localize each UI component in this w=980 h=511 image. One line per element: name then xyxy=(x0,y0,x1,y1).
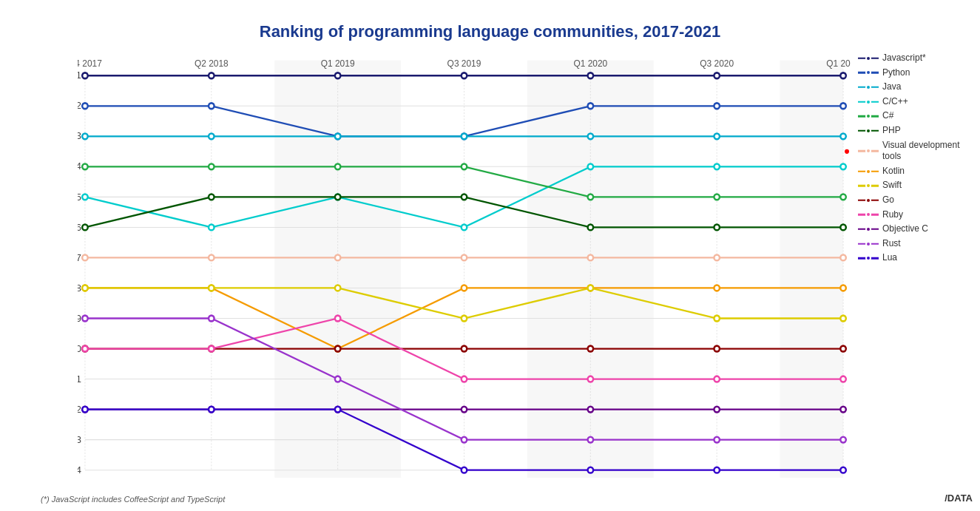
legend-item: Swift xyxy=(858,180,980,192)
svg-point-232 xyxy=(336,407,339,411)
legend-label: Go xyxy=(882,194,894,206)
chart-title: Ranking of programming language communit… xyxy=(0,15,980,41)
svg-point-188 xyxy=(209,347,213,351)
svg-text:13: 13 xyxy=(78,434,81,445)
svg-point-118 xyxy=(209,195,213,199)
svg-point-122 xyxy=(462,195,466,199)
svg-point-82 xyxy=(589,135,592,138)
svg-point-212 xyxy=(842,407,845,411)
svg-point-234 xyxy=(462,468,466,472)
svg-point-140 xyxy=(715,256,719,260)
legend-item: Lua xyxy=(858,252,980,264)
svg-point-72 xyxy=(842,104,845,108)
svg-point-162 xyxy=(336,286,339,290)
svg-area: 1234567891011121314Q4 2017Q2 2018Q1 2019… xyxy=(78,49,851,478)
svg-point-238 xyxy=(715,468,719,472)
svg-rect-2 xyxy=(780,61,843,478)
legend-label: Visual development tools xyxy=(882,140,980,163)
svg-point-52 xyxy=(462,74,466,78)
svg-text:Q1 2020: Q1 2020 xyxy=(573,58,607,69)
y-axis xyxy=(37,49,78,478)
legend-label: Objective C xyxy=(882,223,928,235)
svg-point-136 xyxy=(462,256,466,260)
svg-point-158 xyxy=(83,286,87,290)
legend-item: C# xyxy=(858,110,980,122)
svg-point-178 xyxy=(462,347,466,351)
svg-point-150 xyxy=(462,286,466,290)
svg-point-48 xyxy=(209,74,213,78)
svg-point-208 xyxy=(589,407,592,411)
svg-point-110 xyxy=(589,195,592,199)
svg-text:12: 12 xyxy=(78,403,81,414)
footnote: (*) JavaScript includes CoffeeScript and… xyxy=(41,495,225,504)
svg-text:8: 8 xyxy=(78,282,81,293)
svg-point-96 xyxy=(589,165,592,169)
svg-point-168 xyxy=(715,317,719,320)
svg-point-220 xyxy=(462,438,466,441)
svg-point-236 xyxy=(589,468,592,472)
svg-text:4: 4 xyxy=(78,160,81,172)
svg-point-222 xyxy=(589,438,592,441)
legend-label: Python xyxy=(882,67,910,79)
svg-point-56 xyxy=(715,74,719,78)
svg-point-126 xyxy=(715,226,719,229)
svg-point-90 xyxy=(209,226,213,229)
legend-label: Kotlin xyxy=(882,166,905,177)
svg-text:11: 11 xyxy=(78,373,81,384)
legend-item: Kotlin xyxy=(858,166,980,177)
legend-label: Javascript* xyxy=(882,53,926,64)
legend-label: C/C++ xyxy=(882,96,908,108)
svg-point-198 xyxy=(842,377,845,381)
svg-point-194 xyxy=(589,377,592,381)
svg-point-78 xyxy=(336,135,339,138)
svg-point-74 xyxy=(83,135,87,138)
svg-point-120 xyxy=(336,195,339,199)
svg-point-116 xyxy=(83,226,87,229)
legend-label: PHP xyxy=(882,125,901,137)
svg-point-128 xyxy=(842,226,845,229)
svg-text:2: 2 xyxy=(78,100,81,111)
svg-point-138 xyxy=(589,256,592,260)
legend-item: Rust xyxy=(858,238,980,250)
svg-point-104 xyxy=(209,165,213,169)
svg-point-70 xyxy=(715,104,719,108)
svg-text:Q3 2020: Q3 2020 xyxy=(700,58,734,69)
svg-point-164 xyxy=(462,317,466,320)
svg-point-80 xyxy=(462,135,466,138)
svg-point-184 xyxy=(842,347,845,351)
svg-point-130 xyxy=(83,256,87,260)
legend-label: C# xyxy=(882,110,893,122)
legend-label: Java xyxy=(882,81,901,93)
svg-point-210 xyxy=(715,407,719,411)
svg-point-84 xyxy=(715,135,719,138)
svg-point-102 xyxy=(83,165,87,169)
svg-point-134 xyxy=(336,256,339,260)
svg-point-142 xyxy=(842,256,845,260)
svg-point-50 xyxy=(336,74,339,78)
chart-svg: 1234567891011121314Q4 2017Q2 2018Q1 2019… xyxy=(78,49,851,478)
svg-point-58 xyxy=(842,74,845,78)
svg-point-218 xyxy=(336,377,339,381)
svg-point-156 xyxy=(842,286,845,290)
svg-text:7: 7 xyxy=(78,251,81,263)
svg-point-226 xyxy=(842,438,845,441)
legend-item: Javascript* xyxy=(858,53,980,64)
legend-label: Ruby xyxy=(882,209,903,221)
legend-item: PHP xyxy=(858,125,980,137)
chart-area: 1234567891011121314Q4 2017Q2 2018Q1 2019… xyxy=(0,49,980,478)
svg-point-176 xyxy=(336,347,339,351)
svg-point-224 xyxy=(715,438,719,441)
svg-point-124 xyxy=(589,226,592,229)
legend-label: Lua xyxy=(882,252,897,264)
svg-point-240 xyxy=(842,468,845,472)
legend-item: Visual development tools xyxy=(858,140,980,163)
svg-point-60 xyxy=(83,104,87,108)
svg-text:Q4 2017: Q4 2017 xyxy=(78,58,102,69)
svg-point-216 xyxy=(209,317,213,320)
svg-text:1: 1 xyxy=(78,70,81,81)
svg-point-86 xyxy=(842,135,845,138)
svg-text:Q2 2018: Q2 2018 xyxy=(195,58,229,69)
legend-label: Rust xyxy=(882,238,901,250)
legend-item: Python xyxy=(858,67,980,79)
brand-logo: /DATA xyxy=(944,493,973,504)
